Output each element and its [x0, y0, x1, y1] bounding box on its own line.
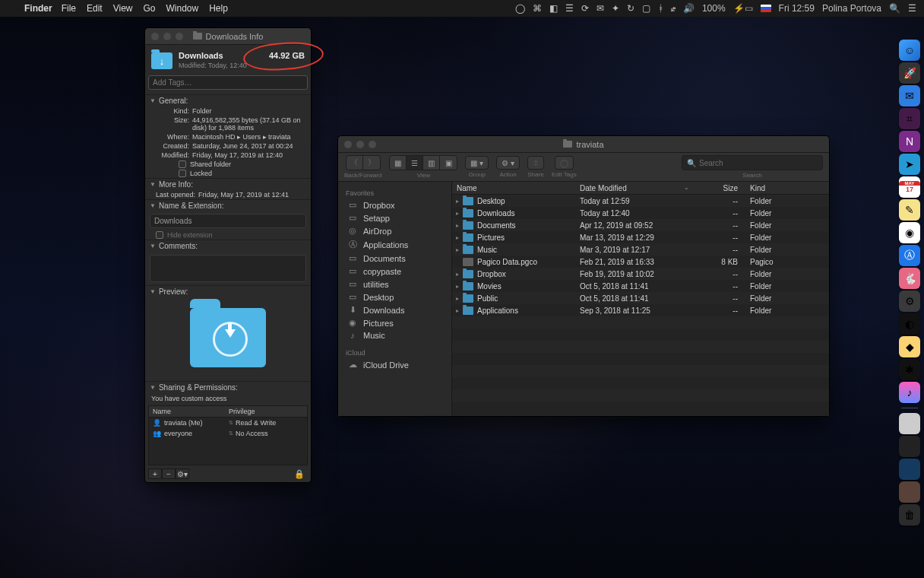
sidebar-item[interactable]: ⒶApplications: [338, 237, 451, 252]
disclosure-triangle-icon[interactable]: ▸: [452, 246, 463, 253]
status-icon[interactable]: ◧: [549, 3, 558, 14]
dock-appstore[interactable]: Ⓐ: [899, 245, 920, 266]
wifi-icon[interactable]: ⸙: [671, 3, 676, 14]
view-switcher[interactable]: ▦☰▥▣: [389, 155, 457, 170]
file-row[interactable]: ▸DownloadsToday at 12:40--Folder: [452, 207, 829, 219]
dock-onenote[interactable]: N: [899, 131, 920, 152]
table-row[interactable]: 👥everyone⇅No Access: [149, 428, 307, 439]
airplay-icon[interactable]: ▢: [642, 3, 650, 14]
disclosure-triangle-icon[interactable]: ▸: [452, 210, 463, 217]
dock-trash[interactable]: 🗑: [899, 504, 920, 526]
sidebar-item[interactable]: ♪Music: [338, 329, 451, 341]
input-source-flag[interactable]: [761, 5, 771, 12]
user-name[interactable]: Polina Portova: [822, 3, 881, 14]
dock-minimized-window[interactable]: [899, 413, 920, 434]
menu-view[interactable]: View: [113, 3, 133, 14]
name-ext-field[interactable]: Downloads: [150, 214, 306, 228]
dock-app[interactable]: ✱: [899, 359, 920, 380]
dock-notes[interactable]: ✎: [899, 199, 920, 221]
dock-slack[interactable]: ⌗: [899, 108, 920, 129]
file-row[interactable]: ▸PublicOct 5, 2018 at 11:41--Folder: [452, 292, 829, 304]
column-headers[interactable]: Name Date Modified⌄ Size Kind: [452, 182, 829, 195]
disclosure-triangle-icon[interactable]: ▸: [452, 271, 463, 278]
status-icon[interactable]: ⟳: [581, 3, 589, 14]
bluetooth-icon[interactable]: ᚼ: [658, 3, 663, 14]
sidebar-item[interactable]: ☁iCloud Drive: [338, 358, 451, 371]
traffic-lights[interactable]: [151, 33, 183, 40]
menu-window[interactable]: Window: [166, 3, 199, 14]
dock-sketch[interactable]: ◆: [899, 336, 920, 357]
volume-icon[interactable]: 🔊: [683, 3, 695, 14]
hide-extension-checkbox[interactable]: [156, 231, 163, 239]
file-row[interactable]: ▸DocumentsApr 12, 2019 at 09:52--Folder: [452, 219, 829, 231]
sidebar-item[interactable]: ▭Setapp: [338, 211, 451, 224]
section-moreinfo[interactable]: ▼More Info:: [145, 178, 311, 190]
traffic-lights[interactable]: [344, 141, 376, 148]
file-row[interactable]: ▸MusicMar 3, 2019 at 12:17--Folder: [452, 243, 829, 256]
sidebar-item[interactable]: ▭utilities: [338, 278, 451, 291]
disclosure-triangle-icon[interactable]: ▸: [452, 283, 463, 290]
battery-icon[interactable]: ⚡▭: [733, 3, 753, 14]
file-row[interactable]: ▸DesktopToday at 12:59--Folder: [452, 195, 829, 207]
group-button[interactable]: ▦ ▾: [465, 156, 489, 170]
action-button[interactable]: ⚙ ▾: [496, 156, 520, 170]
menu-edit[interactable]: Edit: [87, 3, 103, 14]
dock-telegram[interactable]: ➤: [899, 154, 920, 175]
section-preview[interactable]: ▼Preview:: [145, 285, 311, 297]
dock-syspref[interactable]: ⚙: [899, 291, 920, 312]
section-name-ext[interactable]: ▼Name & Extension:: [145, 199, 311, 211]
disclosure-triangle-icon[interactable]: ▸: [452, 295, 463, 302]
sidebar-item[interactable]: ▭Desktop: [338, 291, 451, 303]
dock-minimized-window[interactable]: [899, 481, 920, 503]
file-row[interactable]: ▸DropboxFeb 19, 2019 at 10:02--Folder: [452, 268, 829, 280]
sidebar-item[interactable]: ⬇Downloads: [338, 303, 451, 316]
dock-app[interactable]: 🐇: [899, 268, 920, 289]
status-icon[interactable]: ✦: [612, 3, 619, 14]
dock-minimized-window[interactable]: [899, 459, 920, 480]
dock-chrome[interactable]: ◉: [899, 222, 920, 243]
app-menu[interactable]: Finder: [24, 3, 52, 14]
dock-music[interactable]: ♪: [899, 382, 920, 403]
edit-tags-button[interactable]: ◯: [555, 156, 574, 170]
status-icon[interactable]: ✉: [596, 3, 604, 14]
timemachine-icon[interactable]: ↻: [627, 3, 634, 14]
dock-app[interactable]: ◐: [899, 313, 920, 335]
menu-go[interactable]: Go: [144, 3, 156, 14]
file-row[interactable]: ▸MoviesOct 5, 2018 at 11:41--Folder: [452, 280, 829, 292]
remove-permission-button[interactable]: −: [162, 468, 176, 479]
search-input[interactable]: 🔍Search: [682, 155, 823, 170]
dock-minimized-window[interactable]: [899, 436, 920, 457]
status-icon[interactable]: ⌘: [533, 3, 542, 14]
sidebar-item[interactable]: ▭Dropbox: [338, 198, 451, 211]
status-icon[interactable]: ◯: [515, 3, 525, 14]
permission-action-button[interactable]: ⚙▾: [176, 468, 189, 479]
menu-help[interactable]: Help: [209, 3, 228, 14]
dock-calendar[interactable]: MAY17: [899, 176, 920, 198]
file-row[interactable]: ▸ApplicationsSep 3, 2018 at 11:25--Folde…: [452, 304, 829, 316]
disclosure-triangle-icon[interactable]: ▸: [452, 222, 463, 229]
sidebar-item[interactable]: ◉Pictures: [338, 316, 451, 329]
locked-checkbox[interactable]: [179, 170, 186, 177]
add-permission-button[interactable]: +: [148, 468, 162, 479]
disclosure-triangle-icon[interactable]: ▸: [452, 234, 463, 241]
titlebar[interactable]: Downloads Info: [145, 28, 311, 45]
share-button[interactable]: ⇪: [527, 156, 544, 170]
titlebar[interactable]: traviata: [338, 136, 829, 153]
sidebar-item[interactable]: ▭copypaste: [338, 265, 451, 278]
section-sharing[interactable]: ▼Sharing & Permissions:: [145, 381, 311, 393]
menu-file[interactable]: File: [62, 3, 76, 14]
spotlight-icon[interactable]: 🔍: [889, 3, 900, 14]
comments-field[interactable]: [150, 255, 306, 282]
dock-mail[interactable]: ✉: [899, 85, 920, 106]
clock[interactable]: Fri 12:59: [779, 3, 815, 14]
disclosure-triangle-icon[interactable]: ▸: [452, 307, 463, 314]
back-forward[interactable]: 〈〉: [346, 155, 381, 170]
section-comments[interactable]: ▼Comments:: [145, 240, 311, 252]
sidebar-item[interactable]: ▭Documents: [338, 252, 451, 265]
notification-center-icon[interactable]: ☰: [908, 3, 916, 14]
shared-folder-checkbox[interactable]: [179, 160, 186, 168]
file-row[interactable]: ▸PicturesMar 13, 2019 at 12:29--Folder: [452, 231, 829, 243]
section-general[interactable]: ▼General:: [145, 94, 311, 106]
table-row[interactable]: 👤traviata (Me)⇅Read & Write: [149, 418, 307, 428]
lock-icon[interactable]: 🔒: [294, 469, 305, 479]
